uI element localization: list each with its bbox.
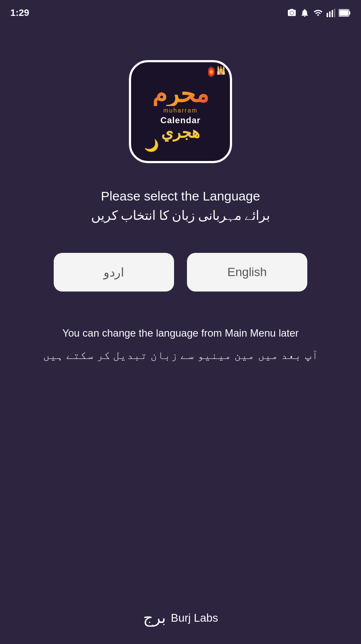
svg-rect-4 — [334, 9, 336, 17]
wifi-icon — [313, 8, 323, 18]
language-buttons-container: اردو English — [26, 253, 335, 292]
notification-icon — [300, 8, 309, 18]
app-icon-inner: 🏮 🕌 محرم muharram Calendar ھجري 🌙 — [131, 62, 230, 161]
language-title-english: Please select the Language — [101, 189, 260, 204]
svg-rect-2 — [329, 12, 330, 17]
svg-rect-7 — [349, 11, 350, 15]
status-icons — [287, 8, 351, 18]
svg-rect-6 — [340, 10, 349, 16]
svg-rect-1 — [327, 13, 328, 17]
english-button[interactable]: English — [187, 253, 307, 292]
main-content: 🏮 🕌 محرم muharram Calendar ھجري 🌙 Please… — [0, 26, 361, 644]
svg-point-0 — [290, 11, 293, 14]
language-title-urdu: برائے مہربانی زبان کا انتخاب کریں — [91, 208, 270, 223]
info-text-urdu: آپ بعد میں مین مینیو سے زبان تبدیل کر سک… — [43, 346, 318, 365]
app-icon-hijri-text: ھجري — [161, 124, 200, 142]
footer-logo: برج — [143, 609, 166, 627]
status-bar: 1:29 — [0, 0, 361, 26]
footer: برج Burj Labs — [143, 609, 218, 627]
mosque-icon: 🕌 — [216, 66, 226, 75]
signal-icon — [327, 8, 335, 18]
screenshot-icon — [287, 8, 297, 18]
battery-icon — [339, 8, 351, 18]
app-icon: 🏮 🕌 محرم muharram Calendar ھجري 🌙 — [129, 60, 232, 163]
app-icon-arabic-text: محرم — [152, 82, 209, 106]
status-time: 1:29 — [10, 7, 29, 18]
app-icon-muharram-label: muharram — [163, 107, 198, 114]
footer-brand-name: Burj Labs — [171, 611, 218, 625]
svg-rect-3 — [332, 10, 333, 17]
lantern-icon: 🏮 — [205, 67, 217, 78]
info-text-english: You can change the language from Main Me… — [62, 326, 299, 340]
urdu-button[interactable]: اردو — [54, 253, 174, 292]
app-icon-moon: 🌙 — [144, 138, 159, 152]
